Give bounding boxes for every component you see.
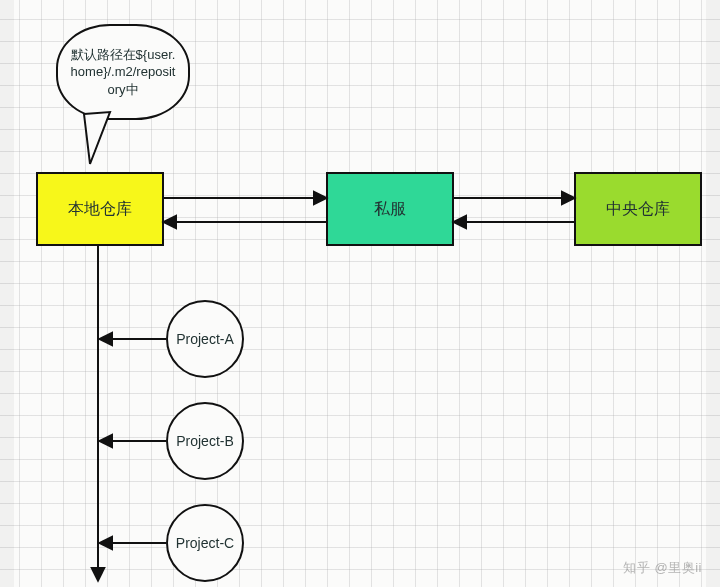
node-project-b-label: Project-B bbox=[176, 433, 234, 449]
svg-marker-0 bbox=[84, 112, 110, 164]
node-project-a: Project-A bbox=[166, 300, 244, 378]
bubble-local-repo-path: 默认路径在${user.home}/.m2/repository中 bbox=[56, 24, 190, 134]
node-project-b: Project-B bbox=[166, 402, 244, 480]
node-local-repo-label: 本地仓库 bbox=[68, 199, 132, 220]
node-local-repo: 本地仓库 bbox=[36, 172, 164, 246]
edge-band-right bbox=[706, 0, 720, 587]
diagram-canvas: 默认路径在${user.home}/.m2/repository中 本地仓库 私… bbox=[0, 0, 720, 587]
node-private-repo-label: 私服 bbox=[374, 199, 406, 220]
node-project-a-label: Project-A bbox=[176, 331, 234, 347]
bubble-body: 默认路径在${user.home}/.m2/repository中 bbox=[56, 24, 190, 120]
bubble-text: 默认路径在${user.home}/.m2/repository中 bbox=[68, 46, 178, 99]
watermark: 知乎 @里奥ii bbox=[623, 559, 702, 577]
node-project-c: Project-C bbox=[166, 504, 244, 582]
node-private-repo: 私服 bbox=[326, 172, 454, 246]
watermark-text: 知乎 @里奥ii bbox=[623, 560, 702, 575]
node-central-repo-label: 中央仓库 bbox=[606, 199, 670, 220]
node-project-c-label: Project-C bbox=[176, 535, 234, 551]
edge-band-left bbox=[0, 0, 14, 587]
node-central-repo: 中央仓库 bbox=[574, 172, 702, 246]
